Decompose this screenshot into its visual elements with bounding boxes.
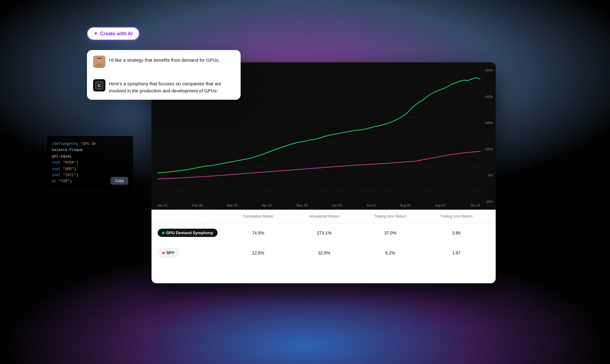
header-cumulative: Cumulative Return [225, 214, 291, 219]
gpu-dot [162, 232, 164, 234]
x-label-aug: Aug 20 [400, 203, 411, 207]
spy-cumulative: 12.8% [225, 250, 291, 255]
stats-row-spy: SPY 12.8% 32.9% 6.2% 1.97 [152, 243, 496, 263]
y-label-neg20: -20% [484, 200, 493, 203]
gpu-badge[interactable]: GPU Demand Symphony [158, 229, 218, 237]
sparkle-icon: ✦ [94, 31, 98, 37]
ai-message-text: Here's a symphony that focuses on compan… [109, 79, 234, 94]
header-trailing-1mo: Trailing 1mo Return [423, 214, 490, 219]
gpu-badge-cell: GPU Demand Symphony [158, 229, 225, 237]
grid-line-6 [158, 191, 480, 192]
create-ai-label: Create with AI [100, 31, 133, 37]
x-label-feb: Feb 08 [192, 203, 203, 207]
x-label-sep: Sep 27 [435, 203, 446, 207]
y-label-80: +80% [484, 68, 493, 72]
code-line-1: (defsymphony "GPU De [52, 141, 128, 147]
user-avatar [93, 56, 105, 68]
main-scene: ✦ Create with AI I'd like a strategy tha… [90, 32, 520, 332]
spy-badge-cell: SPY [158, 248, 225, 257]
spy-trailing-1mo: 1.97 [423, 250, 490, 255]
y-label-0: 0% [484, 173, 493, 177]
user-message-text: I'd like a strategy that benefits from d… [109, 56, 220, 64]
spy-line [158, 151, 480, 179]
header-trailing-3mo: Trailing 3mo Return [357, 214, 423, 219]
spy-annualized: 32.9% [291, 250, 357, 255]
ai-avatar: C [93, 79, 105, 91]
x-label-jul: Jul 13 [366, 203, 375, 207]
gpu-annualized: 273.1% [291, 230, 357, 235]
stats-table-header: Cumulative Return Annualized Return Trai… [152, 210, 496, 223]
y-label-40: +40% [484, 121, 493, 125]
x-label-jan: Jan 01 [158, 203, 168, 207]
y-label-60: +60% [484, 95, 493, 99]
x-label-oct: Oct 04 [470, 203, 480, 207]
chat-panel: I'd like a strategy that benefits from d… [87, 50, 241, 100]
x-label-apr: Apr 22 [262, 203, 272, 207]
spy-name: SPY [167, 250, 175, 255]
spy-badge[interactable]: SPY [158, 248, 179, 257]
stats-row-gpu: GPU Demand Symphony 74.9% 273.1% 37.0% 3… [152, 223, 496, 243]
gpu-name: GPU Demand Symphony [166, 230, 213, 235]
x-label-jun: Jun 06 [332, 203, 342, 207]
code-line-4: sset "NVDA") [52, 160, 128, 166]
create-ai-button[interactable]: ✦ Create with AI [87, 27, 140, 40]
chat-message-ai: C Here's a symphony that focuses on comp… [87, 74, 241, 100]
x-axis: Jan 01 Feb 08 Mar 15 Apr 22 May 29 Jun 0… [158, 203, 480, 207]
x-label-may: May 29 [296, 203, 307, 207]
gpu-cumulative: 74.9% [225, 230, 291, 235]
svg-text:C: C [98, 83, 101, 88]
header-annualized: Annualized Return [291, 214, 357, 219]
gpu-trailing-3mo: 37.0% [357, 230, 423, 235]
copy-button[interactable]: Copy [111, 177, 128, 185]
gpu-trailing-1mo: 3.66 [423, 230, 490, 235]
spy-trailing-3mo: 6.2% [357, 250, 423, 255]
code-line-5: sset "AMD") [52, 166, 128, 172]
header-name-col [158, 214, 225, 219]
ai-logo: C [95, 81, 103, 89]
stats-table: Cumulative Return Annualized Return Trai… [152, 210, 496, 283]
code-panel: (defsymphony "GPU De balance-freque ght-… [47, 136, 133, 190]
code-line-2: balance-freque [52, 147, 128, 153]
spy-dot [162, 252, 165, 254]
code-line-3: ght-equal [52, 153, 128, 160]
y-axis: +80% +60% +40% +20% 0% -20% [484, 68, 493, 203]
svg-rect-3 [97, 58, 101, 59]
x-label-mar: Mar 15 [227, 203, 238, 207]
chat-message-user: I'd like a strategy that benefits from d… [87, 50, 241, 74]
y-label-20: +20% [484, 147, 493, 151]
